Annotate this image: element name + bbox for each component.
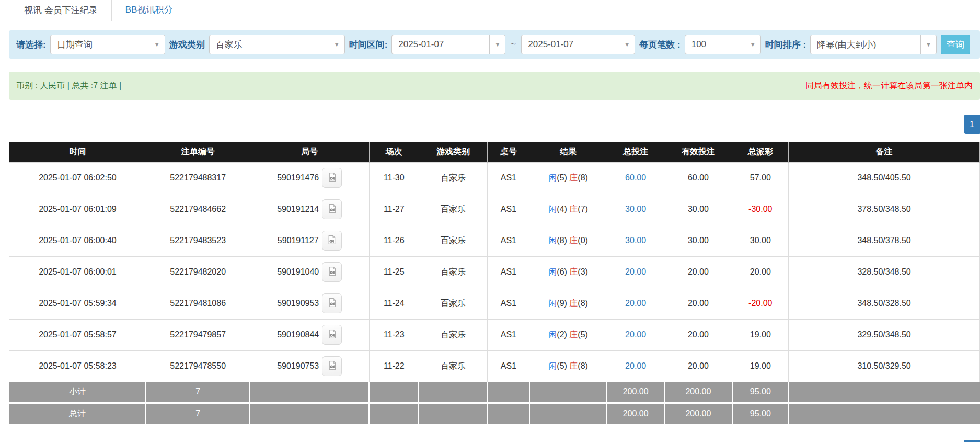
cell-game: 百家乐 (419, 162, 488, 194)
result-player-label: 闲 (548, 330, 557, 339)
game-category-dropdown[interactable]: 百家乐 ▼ (209, 35, 345, 54)
column-header: 备注 (789, 142, 980, 162)
cell-payout: 57.00 (732, 162, 789, 194)
total-bet-link[interactable]: 20.00 (625, 361, 646, 370)
total-bet-link[interactable]: 30.00 (625, 205, 646, 213)
video-replay-button[interactable] (322, 199, 342, 219)
result-player-label: 闲 (548, 361, 557, 370)
date-from-value: 2025-01-07 (392, 35, 489, 54)
cell-round: 590190844 (250, 319, 369, 350)
table-row: 2025-01-07 06:00:40522179483523590191127… (9, 225, 980, 256)
result-player-label: 闲 (548, 267, 557, 276)
cell-bet-id: 522179483523 (146, 225, 250, 256)
cell-total-bet: 60.00 (607, 162, 664, 194)
result-banker-label: 庄 (569, 173, 578, 182)
cell-session: 11-26 (369, 225, 419, 256)
page-1-button[interactable]: 1 (964, 115, 980, 134)
cell-note: 378.50/348.50 (789, 194, 980, 225)
cell-note: 328.50/348.50 (789, 256, 980, 288)
video-replay-button[interactable] (322, 293, 342, 313)
video-file-icon (327, 266, 338, 279)
cell-time: 2025-01-07 06:00:01 (9, 256, 146, 288)
video-replay-button[interactable] (322, 325, 342, 345)
cell-round: 590190753 (250, 350, 369, 382)
total-bet-link[interactable]: 20.00 (625, 299, 646, 308)
round-id-wrap: 590191476 (277, 168, 342, 188)
total-bet-sum: 200.00 (607, 403, 664, 424)
video-replay-button[interactable] (322, 262, 342, 282)
table-row: 2025-01-07 05:59:34522179481086590190953… (9, 288, 980, 319)
video-file-icon (327, 360, 338, 373)
date-to-value: 2025-01-07 (522, 35, 619, 54)
column-header: 场次 (369, 142, 419, 162)
column-header: 总派彩 (732, 142, 789, 162)
result-banker-label: 庄 (569, 267, 578, 276)
cell-bet-id: 522179484662 (146, 194, 250, 225)
cell-total-bet: 30.00 (607, 225, 664, 256)
cell-bet-id: 522179488317 (146, 162, 250, 194)
date-from-dropdown[interactable]: 2025-01-07 ▼ (391, 35, 505, 54)
cell-result: 闲(6) 庄(3) (529, 256, 607, 288)
cell-session: 11-23 (369, 319, 419, 350)
table-row: 2025-01-07 06:00:01522179482020590191040… (9, 256, 980, 288)
cell-valid-bet: 20.00 (664, 256, 732, 288)
cell-total-bet: 20.00 (607, 319, 664, 350)
valid-bet-sum: 200.00 (664, 382, 732, 403)
video-replay-button[interactable] (322, 231, 342, 251)
cell-valid-bet: 60.00 (664, 162, 732, 194)
result-banker-label: 庄 (569, 361, 578, 370)
table-row: 2025-01-07 05:58:57522179479857590190844… (9, 319, 980, 350)
payout-value: 19.00 (750, 330, 771, 339)
search-button[interactable]: 查询 (941, 35, 970, 54)
query-type-value: 日期查询 (51, 35, 149, 54)
per-page-dropdown[interactable]: 100 ▼ (685, 35, 761, 54)
total-bet-link[interactable]: 30.00 (625, 236, 646, 245)
total-bet-link[interactable]: 20.00 (625, 330, 646, 339)
total-bet-link[interactable]: 20.00 (625, 267, 646, 276)
chevron-down-icon: ▼ (920, 35, 936, 54)
cell-game: 百家乐 (419, 288, 488, 319)
tab-bb-video-points[interactable]: BB视讯积分 (112, 0, 187, 21)
cell-result: 闲(2) 庄(5) (529, 319, 607, 350)
video-replay-button[interactable] (322, 356, 342, 376)
valid-bet-sum: 200.00 (664, 403, 732, 424)
tab-video-bet-records[interactable]: 视讯 会员下注纪录 (10, 0, 112, 21)
date-to-dropdown[interactable]: 2025-01-07 ▼ (521, 35, 635, 54)
total-label: 总计 (9, 403, 146, 424)
cell-result: 闲(8) 庄(0) (529, 225, 607, 256)
time-sort-dropdown[interactable]: 降幂(由大到小) ▼ (810, 35, 937, 54)
column-header: 时间 (9, 142, 146, 162)
cell-payout: 20.00 (732, 256, 789, 288)
cell-session: 11-24 (369, 288, 419, 319)
range-tilde: ~ (510, 39, 517, 50)
chevron-down-icon: ▼ (619, 35, 635, 54)
chevron-down-icon: ▼ (149, 35, 165, 54)
cell-game: 百家乐 (419, 194, 488, 225)
total-bet-link[interactable]: 60.00 (625, 173, 646, 182)
time-sort-value: 降幂(由大到小) (811, 35, 920, 54)
result-banker-score: (8) (578, 299, 588, 308)
chevron-down-icon: ▼ (329, 35, 344, 54)
subtotal-row: 小计7200.00200.0095.00 (9, 382, 980, 403)
result-banker-score: (5) (578, 330, 588, 339)
cell-bet-id: 522179479857 (146, 319, 250, 350)
cell-table-no: AS1 (488, 256, 529, 288)
cell-valid-bet: 30.00 (664, 225, 732, 256)
per-page-label: 每页笔数 : (639, 39, 680, 51)
cell-bet-id: 522179481086 (146, 288, 250, 319)
payout-sum: 95.00 (732, 382, 789, 403)
chevron-down-icon: ▼ (489, 35, 505, 54)
empty (250, 382, 369, 403)
cell-time: 2025-01-07 05:59:34 (9, 288, 146, 319)
game-category-value: 百家乐 (210, 35, 329, 54)
empty (529, 382, 607, 403)
cell-round: 590191476 (250, 162, 369, 194)
video-replay-button[interactable] (322, 168, 342, 188)
query-type-dropdown[interactable]: 日期查询 ▼ (50, 35, 165, 54)
payout-value: 57.00 (750, 173, 771, 182)
cell-game: 百家乐 (419, 225, 488, 256)
total-count: 7 (146, 382, 250, 403)
total-label: 小计 (9, 382, 146, 403)
page: 视讯 会员下注纪录 BB视讯积分 请选择: 日期查询 ▼ 游戏类别 百家乐 ▼ … (0, 0, 980, 442)
result-player-score: (5) (557, 361, 569, 370)
